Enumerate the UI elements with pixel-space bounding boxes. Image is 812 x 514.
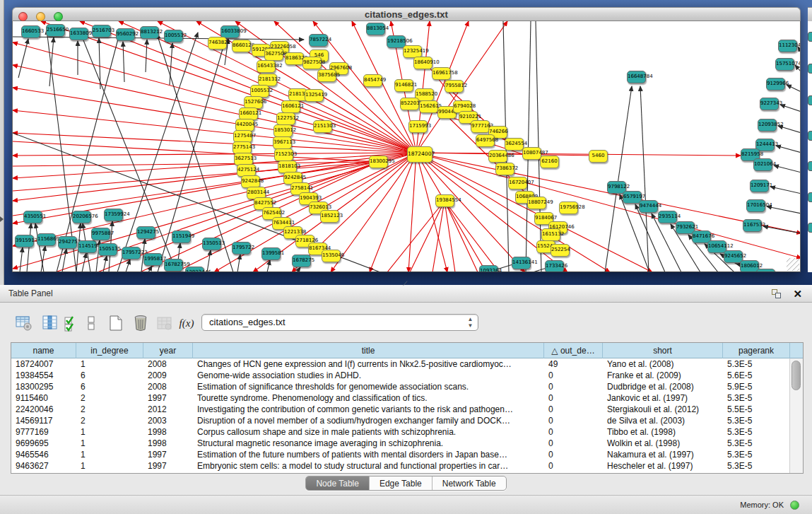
table-cell[interactable]: 2009 xyxy=(143,370,193,381)
table-cell[interactable]: 6 xyxy=(76,370,143,381)
table-cell[interactable]: Corpus callosum shape and size in male p… xyxy=(193,426,544,438)
table-row[interactable]: 1456911722003Disruption of a novel membe… xyxy=(11,415,803,426)
graph-node[interactable]: 1112304 xyxy=(778,40,797,52)
table-cell[interactable]: 5.3E-5 xyxy=(723,426,790,438)
graph-node[interactable]: 1151949 xyxy=(172,230,191,243)
graph-node[interactable]: 9777163 xyxy=(471,120,490,133)
graph-node[interactable]: 1325419 xyxy=(305,89,324,102)
graph-node[interactable]: 5460 xyxy=(589,150,608,163)
table-cell[interactable]: 5.5E-5 xyxy=(723,404,790,415)
table-cell[interactable]: 9777169 xyxy=(11,426,76,438)
graph-node[interactable]: 7386372 xyxy=(495,163,514,175)
table-row[interactable]: 1872400712008Changes of HCN gene express… xyxy=(11,358,803,370)
table-cell[interactable]: 2 xyxy=(76,392,143,404)
graph-node[interactable]: 1535046 xyxy=(322,250,341,262)
table-row[interactable]: 946554611997Estimation of the future num… xyxy=(11,449,803,460)
table-mode-button[interactable] xyxy=(14,313,34,333)
graph-node[interactable]: 7152303 xyxy=(274,148,293,161)
table-row[interactable]: 1938455462009Genome-wide association stu… xyxy=(11,370,803,381)
graph-node[interactable]: 7463822 xyxy=(208,37,227,49)
column-header-out_de[interactable]: △ out_de… xyxy=(544,343,603,358)
graph-node[interactable]: 9129966 xyxy=(766,78,785,90)
graph-node[interactable]: 15751074 xyxy=(775,58,794,71)
graph-node[interactable]: 1853012 xyxy=(273,124,293,137)
table-cell[interactable]: 1998 xyxy=(143,438,193,449)
table-cell[interactable]: 5.3E-5 xyxy=(723,358,790,370)
table-cell[interactable]: 1997 xyxy=(143,449,193,460)
table-cell[interactable]: 5.3E-5 xyxy=(723,460,790,472)
tab-edge-table[interactable]: Edge Table xyxy=(370,477,433,491)
tab-node-table[interactable]: Node Table xyxy=(306,477,370,491)
table-cell[interactable]: 2 xyxy=(76,415,143,426)
graph-node[interactable]: 20364486 xyxy=(488,150,507,163)
graph-node[interactable]: 62160 xyxy=(540,156,559,168)
graph-node[interactable]: 18300295 xyxy=(369,156,388,168)
graph-node[interactable]: 1562615 xyxy=(419,100,438,113)
table-cell[interactable]: 5.6E-5 xyxy=(723,370,790,381)
table-cell[interactable]: 9465546 xyxy=(11,449,76,460)
graph-node[interactable]: 1606121 xyxy=(281,100,300,113)
table-cell[interactable]: 14569117 xyxy=(11,415,76,426)
graph-node[interactable]: 3875685 xyxy=(317,69,336,82)
table-cell[interactable]: 19384554 xyxy=(11,370,76,381)
table-cell[interactable]: 0 xyxy=(544,381,603,392)
graph-node[interactable]: 1678275 xyxy=(292,255,311,267)
table-cell[interactable]: 0 xyxy=(544,404,603,415)
table-cell[interactable]: 6 xyxy=(76,381,143,392)
table-cell[interactable]: Hescheler et al. (1997) xyxy=(603,460,723,472)
graph-node[interactable]: 1399581 xyxy=(261,247,281,260)
column-header-title[interactable]: title xyxy=(193,343,544,358)
table-cell[interactable]: de Silva et al. (2003) xyxy=(603,415,723,426)
table-cell[interactable]: 0 xyxy=(544,370,603,381)
table-cell[interactable]: 9699695 xyxy=(11,438,76,449)
table-cell[interactable]: 5.3E-5 xyxy=(723,392,790,404)
new-table-button[interactable] xyxy=(106,313,126,333)
table-cell[interactable]: Disruption of a novel member of a sodium… xyxy=(193,415,544,426)
graph-node[interactable]: 12923446 xyxy=(185,267,204,272)
table-row[interactable]: 969969511998Structural magnetic resonanc… xyxy=(11,438,803,449)
graph-node[interactable]: 14136141 xyxy=(512,257,531,269)
graph-node[interactable]: 4350551 xyxy=(23,211,42,223)
table-cell[interactable]: Investigating the contribution of common… xyxy=(193,404,544,415)
table-cell[interactable]: Embryonic stem cells: a model to study s… xyxy=(193,460,544,472)
table-cell[interactable]: 0 xyxy=(544,449,603,460)
graph-node[interactable]: 19384554 xyxy=(435,194,454,207)
table-cell[interactable]: 49 xyxy=(544,358,603,370)
table-row[interactable]: 911546021997Tourette syndrome. Phenomeno… xyxy=(11,392,803,404)
table-cell[interactable]: 5.3E-5 xyxy=(723,449,790,460)
table-cell[interactable]: 2008 xyxy=(143,358,193,370)
graph-node[interactable]: 3624554 xyxy=(505,138,524,151)
table-cell[interactable]: 1 xyxy=(76,460,143,472)
graph-node[interactable]: 12093852 xyxy=(758,119,777,132)
table-cell[interactable]: 2008 xyxy=(143,381,193,392)
graph-node[interactable]: 9560292 xyxy=(116,28,135,41)
graph-node[interactable]: 7955812 xyxy=(445,80,464,93)
graph-node[interactable]: 1350513 xyxy=(202,238,221,250)
table-vertical-scrollbar[interactable] xyxy=(789,358,803,473)
show-column-button[interactable] xyxy=(40,313,60,333)
table-cell[interactable]: 0 xyxy=(544,460,603,472)
column-header-year[interactable]: year xyxy=(143,343,193,358)
graph-node[interactable]: 10807487 xyxy=(522,147,541,160)
table-cell[interactable]: Nakamura et al. (1997) xyxy=(603,449,723,460)
graph-node[interactable]: 1615132 xyxy=(541,228,560,241)
memory-ok-indicator-icon[interactable] xyxy=(790,501,799,510)
graph-node[interactable]: 9474444 xyxy=(639,200,658,213)
table-cell[interactable]: Genome-wide association studies in ADHD. xyxy=(193,370,544,381)
table-row[interactable]: 977716911998Corpus callosum shape and si… xyxy=(11,426,803,438)
graph-node[interactable]: 9975887 xyxy=(91,228,110,240)
table-cell[interactable]: 5.3E-5 xyxy=(723,438,790,449)
network-canvas[interactable]: 1660533251665016338092516703956029288132… xyxy=(12,21,801,272)
graph-node[interactable]: 1633809 xyxy=(69,28,88,40)
table-cell[interactable]: Changes of HCN gene expression and I(f) … xyxy=(193,358,544,370)
table-cell[interactable]: 22420046 xyxy=(11,404,76,415)
table-panel-titlebar[interactable]: ⟋ Table Panel ✕ xyxy=(0,285,812,303)
table-cell[interactable]: 0 xyxy=(544,438,603,449)
network-window-titlebar[interactable]: citations_edges.txt xyxy=(12,7,801,21)
table-cell[interactable]: 0 xyxy=(544,415,603,426)
graph-node[interactable]: 2151303 xyxy=(313,120,332,133)
graph-node[interactable]: 9146821 xyxy=(394,79,413,92)
graph-node[interactable]: 2942757 xyxy=(58,236,77,249)
table-cell[interactable]: 5.9E-5 xyxy=(723,381,790,392)
graph-node[interactable]: 1005532 xyxy=(164,30,183,42)
